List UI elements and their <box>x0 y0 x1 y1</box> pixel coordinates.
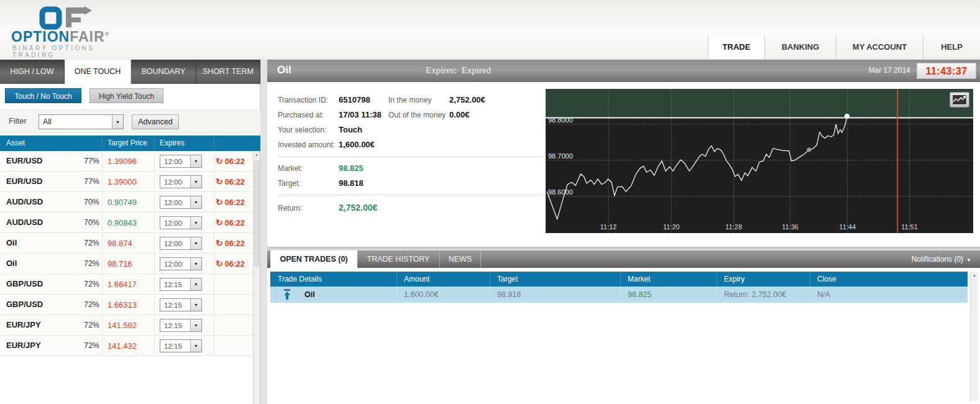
col-close: Close <box>817 275 836 283</box>
asset-name: GBP/USD <box>6 279 43 288</box>
selection-value: Touch <box>339 125 362 134</box>
brand-name: OPTIONFAIR® <box>11 29 109 45</box>
nav-tab-trade[interactable]: TRADE <box>708 35 764 59</box>
expiry-select-value: 12:15 <box>164 301 182 309</box>
registered-mark: ® <box>105 31 110 37</box>
chevron-down-icon[interactable]: ▼ <box>190 196 201 208</box>
expiry-select[interactable]: 12:00 ▼ <box>160 196 202 209</box>
advanced-button[interactable]: Advanced <box>132 114 179 129</box>
tab-short-term[interactable]: SHORT TERM <box>196 60 260 84</box>
expiry-select[interactable]: 12:00 ▼ <box>160 237 202 250</box>
scrollbar-thumb[interactable] <box>254 161 259 267</box>
expiry-select[interactable]: 12:00 ▼ <box>160 155 202 168</box>
expiry-select[interactable]: 12:00 ▼ <box>160 175 202 188</box>
expiry-select[interactable]: 12:15 ▼ <box>160 278 202 291</box>
expiry-select[interactable]: 12:15 ▼ <box>160 319 202 332</box>
expiry-select-value: 12:00 <box>164 219 182 227</box>
optionfair-logo-icon <box>39 6 96 30</box>
expiry-select[interactable]: 12:15 ▼ <box>160 298 202 311</box>
tab-open-trades[interactable]: OPEN TRADES (0) <box>270 250 357 268</box>
tab-trade-history[interactable]: TRADE HISTORY <box>357 250 440 268</box>
asset-row[interactable]: AUD/USD 70% 0.90749 12:00 ▼ ↻06:22 <box>0 192 254 213</box>
expiry-select-value: 12:15 <box>164 342 182 350</box>
chevron-down-icon: ▼ <box>966 257 971 263</box>
trade-target: 98.818 <box>497 290 521 299</box>
chevron-down-icon[interactable]: ▼ <box>190 217 201 229</box>
market-value: 98.825 <box>339 163 364 173</box>
current-date: Mar 17 2014 <box>869 66 910 75</box>
current-time-clock: 11:43:37 <box>917 63 976 79</box>
filter-bar: Filter All ▼ Advanced <box>0 109 260 133</box>
asset-row[interactable]: AUD/USD 70% 0.90843 12:00 ▼ ↻06:22 <box>0 213 254 233</box>
tab-one-touch[interactable]: ONE TOUCH <box>65 60 131 84</box>
chevron-down-icon[interactable]: ▼ <box>190 237 201 249</box>
tab-news[interactable]: NEWS <box>440 250 481 268</box>
col-market: Market <box>628 275 651 283</box>
asset-row[interactable]: EUR/USD 77% 1.39000 12:00 ▼ ↻06:22 <box>0 172 254 192</box>
scroll-up-icon[interactable]: ▲ <box>254 152 260 157</box>
countdown-timer: ↻06:22 <box>216 218 245 227</box>
asset-row[interactable]: GBP/USD 72% 1.66313 12:15 ▼ <box>0 295 254 315</box>
asset-name: AUD/USD <box>6 197 43 206</box>
trade-expiry: Return: 2,752.00€ <box>724 290 786 299</box>
brand-logo: OPTIONFAIR® BINARY OPTIONS TRADING <box>11 5 135 56</box>
svg-text:11:51: 11:51 <box>901 223 918 231</box>
chevron-down-icon[interactable]: ▼ <box>190 278 201 290</box>
countdown-clock-icon: ↻ <box>216 197 223 207</box>
brand-tagline: BINARY OPTIONS TRADING <box>12 45 135 58</box>
asset-panel: HIGH / LOW ONE TOUCH BOUNDARY SHORT TERM… <box>0 60 260 404</box>
nav-tab-help[interactable]: HELP <box>923 35 980 59</box>
asset-name: EUR/USD <box>6 156 43 165</box>
expiry-select[interactable]: 12:15 ▼ <box>160 339 202 352</box>
tab-boundary[interactable]: BOUNDARY <box>131 60 196 84</box>
chevron-down-icon[interactable]: ▼ <box>190 176 201 188</box>
asset-row[interactable]: EUR/JPY 72% 141.592 12:15 ▼ <box>0 315 254 336</box>
trade-market: 98.825 <box>628 290 651 299</box>
expiry-select[interactable]: 12:00 ▼ <box>160 216 202 229</box>
filter-label: Filter <box>9 116 27 126</box>
trade-amount: 1,600.00€ <box>404 290 439 299</box>
svg-text:11:36: 11:36 <box>782 223 799 231</box>
col-asset: Asset <box>6 139 25 147</box>
scroll-up-icon[interactable]: ▲ <box>971 273 978 277</box>
in-the-money-label: In the money <box>388 96 431 104</box>
asset-target-price: 98.716 <box>108 259 132 269</box>
nav-tab-banking[interactable]: BANKING <box>764 35 836 59</box>
asset-target-price: 1.66313 <box>108 300 137 310</box>
asset-row[interactable]: EUR/USD 77% 1.39096 12:00 ▼ ↻06:22 <box>0 151 254 172</box>
asset-target-price: 1.66417 <box>108 280 137 289</box>
open-trades-header: Trade Details Amount Target Market Expir… <box>270 272 968 287</box>
chevron-down-icon[interactable]: ▼ <box>190 155 201 167</box>
asset-payout: 77% <box>73 157 99 165</box>
selection-label: Your selection: <box>278 126 326 134</box>
filter-select-value: All <box>43 117 52 126</box>
expiry-select[interactable]: 12:00 ▼ <box>160 257 202 270</box>
chevron-down-icon[interactable]: ▼ <box>190 319 201 331</box>
notifications-dropdown[interactable]: Notifications (0)▼ <box>912 250 971 268</box>
trades-scrollbar[interactable]: ▲ <box>970 272 978 401</box>
trades-panel: OPEN TRADES (0) TRADE HISTORY NEWS Notif… <box>267 250 980 404</box>
asset-row[interactable]: Oil 72% 98.716 12:00 ▼ ↻06:22 <box>0 254 254 274</box>
asset-list-scrollbar[interactable]: ▲ <box>253 151 260 404</box>
asset-row[interactable]: EUR/JPY 72% 141.432 12:15 ▼ <box>0 336 254 356</box>
asset-row[interactable]: Oil 72% 98.874 12:00 ▼ ↻06:22 <box>0 233 254 254</box>
nav-tab-my-account[interactable]: MY ACCOUNT <box>836 35 923 59</box>
chevron-down-icon[interactable]: ▼ <box>112 115 123 129</box>
open-trade-row[interactable]: Oil 1,600.00€ 98.818 98.825 Return: 2,75… <box>270 287 968 303</box>
chevron-down-icon[interactable]: ▼ <box>190 258 201 270</box>
tab-high-low[interactable]: HIGH / LOW <box>0 60 65 84</box>
subtab-touch-no-touch[interactable]: Touch / No Touch <box>5 88 81 103</box>
target-label: Target: <box>278 179 301 188</box>
col-trade-details: Trade Details <box>278 275 322 283</box>
price-chart-canvas: 11:1211:2011:2811:3611:4411:5198.800098.… <box>546 89 973 233</box>
chart-type-button[interactable] <box>950 92 969 108</box>
asset-row[interactable]: GBP/USD 72% 1.66417 12:15 ▼ <box>0 274 254 295</box>
countdown-timer: ↻06:22 <box>216 259 245 269</box>
filter-select[interactable]: All ▼ <box>39 114 124 129</box>
expiry-select-value: 12:15 <box>164 322 182 329</box>
chevron-down-icon[interactable]: ▼ <box>190 340 201 352</box>
countdown-clock-icon: ↻ <box>216 177 223 186</box>
subtab-high-yield-touch[interactable]: High Yield Touch <box>89 88 163 103</box>
chevron-down-icon[interactable]: ▼ <box>190 299 201 311</box>
asset-table: EUR/USD 77% 1.39096 12:00 ▼ ↻06:22 EUR/U… <box>0 151 254 356</box>
